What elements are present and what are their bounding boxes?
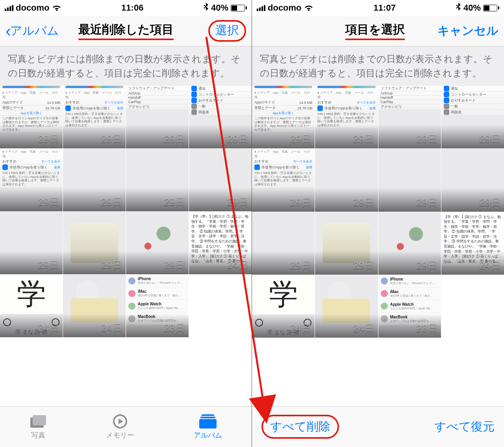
photo-thumbnail[interactable]: iPhone意外と知らない「iPhoneのウェブ…iMac移住4年と現場に着くま… (126, 275, 189, 337)
photo-thumbnail[interactable]: 学学 まな 諮 留24日 (252, 275, 315, 338)
photo-thumbnail[interactable]: 29日 (378, 149, 441, 211)
signal-icon (5, 5, 13, 11)
info-banner: 写真とビデオには削除までの日数が表示されます。その日数が経過すると、項目は完全に… (0, 46, 252, 86)
photo-thumbnail[interactable]: 29日 (315, 149, 378, 211)
photo-thumbnail[interactable]: ● メディア App 写真 メール その他 Appのサイズ14.5 MB 書類と… (252, 86, 315, 148)
recover-all-button[interactable]: すべて復元 (434, 419, 495, 435)
battery-percent: 40% (463, 3, 481, 13)
photos-icon (30, 414, 47, 429)
cancel-button[interactable]: キャンセル (437, 23, 498, 39)
wifi-icon (304, 4, 313, 11)
photo-grid-right: ● メディア App 写真 メール その他 Appのサイズ14.5 MB 書類と… (252, 86, 504, 338)
photo-thumbnail[interactable]: 通知コントロールセンターおやすみモード一般画面表29日 (441, 86, 504, 148)
photo-thumbnail[interactable]: 29日 (63, 212, 126, 274)
blank-area (0, 337, 252, 406)
photo-thumbnail[interactable]: 学学 まな 諮 留24日 (0, 275, 63, 337)
battery-icon (231, 5, 247, 11)
days-remaining-label: 29日 (227, 195, 248, 209)
bluetooth-icon (456, 3, 461, 13)
photo-thumbnail[interactable]: 24日 (63, 275, 126, 337)
days-remaining-label: 24日 (101, 321, 122, 335)
days-remaining-label: 29日 (290, 196, 311, 209)
photo-thumbnail[interactable]: 29日 (189, 149, 252, 211)
back-label: アルバム (10, 23, 59, 39)
days-remaining-label: 29日 (164, 132, 185, 146)
days-remaining-label: 23日 (164, 321, 185, 335)
photo-thumbnail[interactable]: iPhone意外と知らない「iPhoneのウェブ…iMac移住4年と現場に着くま… (378, 275, 441, 338)
delete-all-label: すべて削除 (270, 420, 330, 433)
days-remaining-label: 29日 (290, 259, 311, 272)
days-remaining-label: 29日 (353, 196, 375, 209)
carrier-label: docomo (16, 3, 50, 13)
svg-rect-5 (199, 419, 217, 429)
days-remaining-label: 29日 (38, 258, 59, 272)
back-button[interactable]: ‹ アルバム (6, 23, 59, 39)
days-remaining-label: 29日 (479, 196, 501, 209)
status-bar: docomo 11:07 40% (252, 0, 504, 16)
photo-thumbnail[interactable]: 29日 (378, 212, 441, 275)
toolbar: すべて削除 すべて復元 (252, 406, 504, 447)
photo-thumbnail[interactable]: 【学（學）】[音]ガク ① まなぶ。勉強する。「学業・学習・学問・学生・独学・学… (441, 212, 504, 275)
wifi-icon (52, 4, 61, 11)
memories-icon (112, 414, 128, 429)
select-button[interactable]: 選択 (208, 20, 246, 42)
days-remaining-label: 29日 (353, 259, 375, 272)
days-remaining-label: 29日 (227, 132, 248, 146)
signal-icon (257, 5, 265, 11)
tab-memories[interactable]: メモリー (106, 414, 134, 440)
days-remaining-label: 29日 (164, 258, 185, 272)
days-remaining-label: 29日 (101, 195, 122, 209)
days-remaining-label: 29日 (164, 195, 185, 209)
days-remaining-label: 24日 (479, 259, 501, 272)
photo-thumbnail[interactable]: 29日 (126, 149, 189, 211)
days-remaining-label: 29日 (416, 196, 438, 209)
svg-rect-1 (33, 415, 46, 425)
days-remaining-label: 29日 (416, 259, 438, 272)
nav-bar: ‹ アルバム 最近削除した項目 選択 (0, 16, 252, 46)
photo-thumbnail[interactable]: 通知コントロールセンターおやすみモード一般画面表29日 (189, 86, 252, 148)
photo-thumbnail[interactable]: 24日 (315, 275, 378, 338)
photo-thumbnail[interactable]: 29日 (63, 149, 126, 211)
photo-thumbnail[interactable]: ● メディア App 写真 メール その他 おすすめすべてを表示 非使用のApp… (0, 149, 63, 211)
tab-memories-label: メモリー (106, 430, 134, 440)
photo-thumbnail[interactable]: 29日 (0, 212, 63, 274)
photo-thumbnail[interactable]: 29日 (126, 212, 189, 274)
carrier-label: docomo (268, 3, 302, 13)
svg-rect-3 (202, 414, 214, 416)
days-remaining-label: 24日 (290, 321, 311, 335)
days-remaining-label: 29日 (479, 132, 501, 146)
battery-percent: 40% (211, 3, 228, 13)
delete-all-button[interactable]: すべて削除 (261, 415, 339, 439)
photo-thumbnail[interactable]: ● メディア App 写真 メール その他 おすすめすべてを表示 非使用のApp… (252, 149, 315, 211)
status-time: 11:06 (121, 3, 143, 13)
photo-thumbnail[interactable]: 29日 (252, 212, 315, 275)
bluetooth-icon (204, 3, 209, 13)
photo-grid-left: ● メディア App 写真 メール その他 Appのサイズ14.5 MB 書類と… (0, 86, 252, 337)
photo-thumbnail[interactable]: ● メディア App 写真 メール その他 おすすめすべてを表示 非使用のApp… (63, 86, 126, 148)
tab-albums[interactable]: アルバム (194, 414, 222, 440)
photo-thumbnail[interactable]: ● メディア App 写真 メール その他 おすすめすべてを表示 非使用のApp… (315, 86, 378, 148)
days-remaining-label: 24日 (38, 321, 59, 335)
photo-thumbnail[interactable]: 29日 (315, 212, 378, 275)
tab-photos[interactable]: 写真 (30, 414, 47, 440)
days-remaining-label: 24日 (227, 258, 248, 272)
days-remaining-label: 29日 (101, 132, 122, 146)
days-remaining-label: 29日 (38, 132, 59, 146)
days-remaining-label: 29日 (353, 132, 375, 146)
days-remaining-label: 29日 (290, 132, 311, 146)
days-remaining-label: 29日 (101, 258, 122, 272)
photo-thumbnail[interactable]: ● メディア App 写真 メール その他 Appのサイズ14.5 MB 書類と… (0, 86, 63, 148)
svg-rect-4 (200, 417, 215, 418)
photo-thumbnail[interactable]: 【学（學）】[音]ガク ① まなぶ。勉強する。「学業・学習・学問・学生・独学・学… (189, 212, 252, 274)
albums-icon (199, 414, 217, 429)
days-remaining-label: 29日 (38, 195, 59, 209)
screen-left: docomo 11:06 40% ‹ アルバム (0, 0, 252, 447)
photo-thumbnail[interactable]: 29日 (441, 149, 504, 211)
days-remaining-label: 23日 (416, 321, 438, 335)
tab-albums-label: アルバム (194, 430, 222, 440)
photo-thumbnail[interactable]: ソフトウェア・アップデートAirDropHandoffCarPlayアクセシビリ… (378, 86, 441, 148)
days-remaining-label: 24日 (353, 321, 375, 335)
screen-right: docomo 11:07 40% 項目を選択 (252, 0, 504, 447)
tab-bar: 写真 メモリー アルバム (0, 406, 252, 447)
photo-thumbnail[interactable]: ソフトウェア・アップデートAirDropHandoffCarPlayアクセシビリ… (126, 86, 189, 148)
